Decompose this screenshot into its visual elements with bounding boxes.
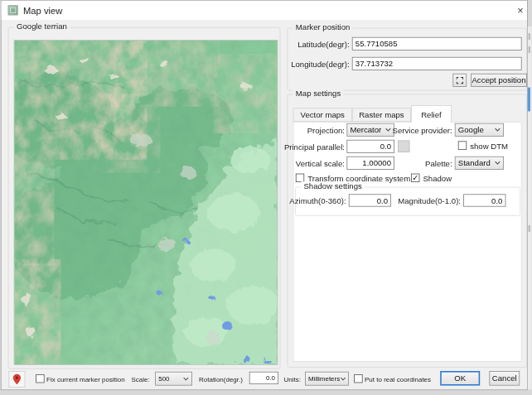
scale-select[interactable]: 500 xyxy=(155,372,192,386)
tab-relief[interactable]: Relief xyxy=(411,105,452,123)
longitude-input[interactable] xyxy=(352,57,522,70)
chevron-down-icon xyxy=(183,377,189,381)
units-select[interactable]: Millimeters xyxy=(305,372,349,386)
principal-parallel-picker-button xyxy=(398,141,409,152)
put-real-coordinates-checkbox[interactable] xyxy=(354,374,362,383)
show-dtm-label: show DTM xyxy=(470,142,508,151)
principal-parallel-input[interactable] xyxy=(346,140,394,153)
latitude-input[interactable] xyxy=(352,37,522,51)
tab-raster-maps[interactable]: Raster maps xyxy=(352,108,411,122)
cancel-button[interactable]: Cancel xyxy=(489,371,520,386)
scale-label: Scale: xyxy=(131,376,149,383)
focus-corners-icon xyxy=(456,76,463,84)
principal-parallel-label: Principal parallel: xyxy=(272,142,345,152)
check-icon: ✓ xyxy=(412,173,418,182)
palette-value: Standard xyxy=(458,158,491,167)
vertical-scale-input[interactable] xyxy=(346,157,394,170)
show-dtm-checkbox[interactable] xyxy=(458,141,467,149)
marker-tool-button[interactable] xyxy=(8,371,25,388)
title-bar[interactable]: Map view × xyxy=(2,1,527,20)
terrain-map-image xyxy=(15,41,278,364)
shadow-settings-group-label: Shadow settings xyxy=(301,181,365,190)
accept-position-button[interactable]: Accept position xyxy=(471,74,527,87)
chevron-down-icon xyxy=(495,128,501,132)
ok-button[interactable]: OK xyxy=(440,371,480,386)
vertical-scale-label: Vertical scale: xyxy=(272,159,345,168)
google-terrain-group-label: Google terrian xyxy=(14,22,70,31)
fix-marker-checkbox[interactable] xyxy=(36,374,44,383)
service-provider-label: Service provider: xyxy=(376,126,452,135)
map-view-dialog: Map view × Google terrian xyxy=(1,0,528,390)
shadow-checkbox[interactable]: ✓ xyxy=(411,174,419,182)
center-on-marker-button[interactable] xyxy=(452,74,467,87)
azimuth-label: Azimuth(0-360): xyxy=(277,197,346,206)
rotation-input[interactable] xyxy=(249,372,278,384)
tab-vector-maps[interactable]: Vector maps xyxy=(293,108,352,122)
latitude-label: Latitude(degr): xyxy=(287,40,350,49)
azimuth-input[interactable] xyxy=(349,194,391,206)
palette-select[interactable]: Standard xyxy=(455,157,504,170)
service-provider-select[interactable]: Google xyxy=(455,123,504,137)
scale-value: 500 xyxy=(158,375,169,383)
units-value: Millimeters xyxy=(308,375,340,383)
put-real-coordinates-label: Put to real coordinates xyxy=(365,376,431,383)
rotation-label: Rotation(degr.) xyxy=(199,376,243,383)
app-icon xyxy=(8,5,18,15)
red-map-pin-icon xyxy=(12,373,21,385)
longitude-label: Longitude(degr): xyxy=(280,60,350,69)
palette-label: Palette: xyxy=(413,159,452,168)
projection-label: Projection: xyxy=(280,126,345,135)
magnitude-input[interactable] xyxy=(463,194,505,206)
service-provider-value: Google xyxy=(458,125,484,134)
chevron-down-icon xyxy=(495,161,501,165)
units-label: Units: xyxy=(283,376,300,383)
screen-edge-artifact xyxy=(528,26,532,389)
shadow-label: Shadow xyxy=(423,174,452,183)
close-icon[interactable]: × xyxy=(513,3,528,18)
terrain-map[interactable] xyxy=(14,40,278,365)
map-settings-group-label: Map settings xyxy=(293,89,344,98)
magnitude-label: Magnitude(0-1.0): xyxy=(391,197,461,206)
chevron-down-icon xyxy=(340,377,346,381)
window-title: Map view xyxy=(23,5,62,16)
marker-position-group-label: Marker position xyxy=(293,22,353,31)
fix-marker-label: Fix current marker position xyxy=(46,376,125,383)
screen: Map view × Google terrian xyxy=(0,0,532,395)
